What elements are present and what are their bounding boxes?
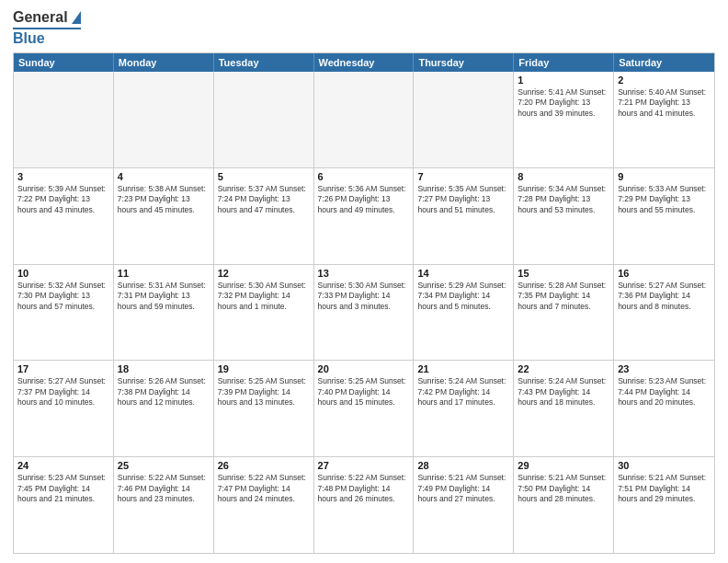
cell-info: Sunrise: 5:24 AM Sunset: 7:42 PM Dayligh… [417, 376, 509, 408]
calendar-cell: 28Sunrise: 5:21 AM Sunset: 7:49 PM Dayli… [414, 457, 514, 553]
logo-block: GeneralBlue [13, 9, 81, 47]
calendar-cell [214, 72, 314, 167]
cell-info: Sunrise: 5:27 AM Sunset: 7:37 PM Dayligh… [17, 376, 109, 408]
day-number: 6 [318, 171, 410, 182]
calendar-cell: 30Sunrise: 5:21 AM Sunset: 7:51 PM Dayli… [614, 457, 714, 553]
calendar-row-3: 10Sunrise: 5:32 AM Sunset: 7:30 PM Dayli… [14, 265, 714, 362]
day-number: 20 [318, 363, 410, 374]
cell-info: Sunrise: 5:37 AM Sunset: 7:24 PM Dayligh… [218, 184, 310, 215]
calendar: SundayMondayTuesdayWednesdayThursdayFrid… [13, 52, 715, 554]
calendar-cell: 3Sunrise: 5:39 AM Sunset: 7:22 PM Daylig… [14, 168, 114, 264]
cell-info: Sunrise: 5:36 AM Sunset: 7:26 PM Dayligh… [318, 184, 410, 215]
header-wednesday: Wednesday [314, 53, 415, 72]
logo-general: General [13, 9, 68, 26]
day-number: 10 [17, 268, 109, 279]
calendar-cell: 23Sunrise: 5:23 AM Sunset: 7:44 PM Dayli… [614, 361, 714, 456]
cell-info: Sunrise: 5:24 AM Sunset: 7:43 PM Dayligh… [518, 376, 609, 408]
calendar-cell: 15Sunrise: 5:28 AM Sunset: 7:35 PM Dayli… [514, 265, 614, 361]
header-saturday: Saturday [614, 53, 714, 72]
logo: GeneralBlue [13, 9, 81, 47]
day-number: 9 [618, 171, 711, 182]
calendar-cell [114, 72, 214, 167]
day-number: 24 [17, 460, 109, 471]
day-number: 17 [17, 363, 109, 374]
cell-info: Sunrise: 5:21 AM Sunset: 7:51 PM Dayligh… [618, 473, 711, 504]
day-number: 12 [218, 268, 310, 279]
calendar-cell: 27Sunrise: 5:22 AM Sunset: 7:48 PM Dayli… [314, 457, 415, 553]
cell-info: Sunrise: 5:30 AM Sunset: 7:33 PM Dayligh… [318, 281, 410, 312]
day-number: 23 [618, 363, 711, 374]
day-number: 13 [318, 268, 410, 279]
cell-info: Sunrise: 5:22 AM Sunset: 7:47 PM Dayligh… [218, 473, 310, 504]
cell-info: Sunrise: 5:26 AM Sunset: 7:38 PM Dayligh… [118, 376, 210, 408]
calendar-cell: 19Sunrise: 5:25 AM Sunset: 7:39 PM Dayli… [214, 361, 314, 456]
calendar-cell: 10Sunrise: 5:32 AM Sunset: 7:30 PM Dayli… [14, 265, 114, 361]
day-number: 18 [118, 363, 210, 374]
day-number: 14 [417, 268, 509, 279]
calendar-cell: 1Sunrise: 5:41 AM Sunset: 7:20 PM Daylig… [514, 72, 614, 167]
cell-info: Sunrise: 5:34 AM Sunset: 7:28 PM Dayligh… [518, 184, 609, 215]
header-friday: Friday [514, 53, 614, 72]
calendar-cell [14, 72, 114, 167]
cell-info: Sunrise: 5:25 AM Sunset: 7:39 PM Dayligh… [218, 376, 310, 408]
calendar-cell [314, 72, 415, 167]
day-number: 25 [118, 460, 210, 471]
day-number: 4 [118, 171, 210, 182]
calendar-cell: 2Sunrise: 5:40 AM Sunset: 7:21 PM Daylig… [614, 72, 714, 167]
calendar-cell: 11Sunrise: 5:31 AM Sunset: 7:31 PM Dayli… [114, 265, 214, 361]
logo-arrow-icon [68, 11, 81, 24]
calendar-cell: 6Sunrise: 5:36 AM Sunset: 7:26 PM Daylig… [314, 168, 415, 264]
calendar-cell: 16Sunrise: 5:27 AM Sunset: 7:36 PM Dayli… [614, 265, 714, 361]
calendar-cell: 18Sunrise: 5:26 AM Sunset: 7:38 PM Dayli… [114, 361, 214, 456]
calendar-cell: 5Sunrise: 5:37 AM Sunset: 7:24 PM Daylig… [214, 168, 314, 264]
day-number: 19 [218, 363, 310, 374]
cell-info: Sunrise: 5:41 AM Sunset: 7:20 PM Dayligh… [518, 87, 609, 119]
header-thursday: Thursday [414, 53, 514, 72]
header-monday: Monday [114, 53, 214, 72]
cell-info: Sunrise: 5:39 AM Sunset: 7:22 PM Dayligh… [17, 184, 109, 215]
day-number: 3 [17, 171, 109, 182]
cell-info: Sunrise: 5:21 AM Sunset: 7:50 PM Dayligh… [518, 473, 609, 504]
header-sunday: Sunday [14, 53, 114, 72]
cell-info: Sunrise: 5:30 AM Sunset: 7:32 PM Dayligh… [218, 281, 310, 312]
calendar-cell: 9Sunrise: 5:33 AM Sunset: 7:29 PM Daylig… [614, 168, 714, 264]
calendar-row-1: 1Sunrise: 5:41 AM Sunset: 7:20 PM Daylig… [14, 72, 714, 168]
cell-info: Sunrise: 5:35 AM Sunset: 7:27 PM Dayligh… [417, 184, 509, 215]
page-header: GeneralBlue [13, 9, 715, 47]
calendar-cell: 29Sunrise: 5:21 AM Sunset: 7:50 PM Dayli… [514, 457, 614, 553]
day-number: 15 [518, 268, 609, 279]
cell-info: Sunrise: 5:21 AM Sunset: 7:49 PM Dayligh… [417, 473, 509, 504]
calendar-cell: 12Sunrise: 5:30 AM Sunset: 7:32 PM Dayli… [214, 265, 314, 361]
day-number: 30 [618, 460, 711, 471]
calendar-cell: 8Sunrise: 5:34 AM Sunset: 7:28 PM Daylig… [514, 168, 614, 264]
cell-info: Sunrise: 5:23 AM Sunset: 7:44 PM Dayligh… [618, 376, 711, 408]
day-number: 8 [518, 171, 609, 182]
day-number: 26 [218, 460, 310, 471]
calendar-header: SundayMondayTuesdayWednesdayThursdayFrid… [14, 53, 714, 72]
calendar-cell: 14Sunrise: 5:29 AM Sunset: 7:34 PM Dayli… [414, 265, 514, 361]
logo-blue: Blue [13, 30, 45, 47]
calendar-row-4: 17Sunrise: 5:27 AM Sunset: 7:37 PM Dayli… [14, 361, 714, 457]
calendar-row-5: 24Sunrise: 5:23 AM Sunset: 7:45 PM Dayli… [14, 457, 714, 553]
cell-info: Sunrise: 5:38 AM Sunset: 7:23 PM Dayligh… [118, 184, 210, 215]
calendar-cell [414, 72, 514, 167]
day-number: 27 [318, 460, 410, 471]
calendar-cell: 7Sunrise: 5:35 AM Sunset: 7:27 PM Daylig… [414, 168, 514, 264]
cell-info: Sunrise: 5:31 AM Sunset: 7:31 PM Dayligh… [118, 281, 210, 312]
calendar-body: 1Sunrise: 5:41 AM Sunset: 7:20 PM Daylig… [14, 72, 714, 553]
calendar-row-2: 3Sunrise: 5:39 AM Sunset: 7:22 PM Daylig… [14, 168, 714, 265]
day-number: 28 [417, 460, 509, 471]
calendar-cell: 20Sunrise: 5:25 AM Sunset: 7:40 PM Dayli… [314, 361, 415, 456]
header-tuesday: Tuesday [214, 53, 314, 72]
cell-info: Sunrise: 5:27 AM Sunset: 7:36 PM Dayligh… [618, 281, 711, 312]
calendar-cell: 22Sunrise: 5:24 AM Sunset: 7:43 PM Dayli… [514, 361, 614, 456]
cell-info: Sunrise: 5:22 AM Sunset: 7:48 PM Dayligh… [318, 473, 410, 504]
svg-marker-0 [72, 11, 81, 24]
day-number: 22 [518, 363, 609, 374]
day-number: 16 [618, 268, 711, 279]
cell-info: Sunrise: 5:22 AM Sunset: 7:46 PM Dayligh… [118, 473, 210, 504]
calendar-cell: 24Sunrise: 5:23 AM Sunset: 7:45 PM Dayli… [14, 457, 114, 553]
cell-info: Sunrise: 5:29 AM Sunset: 7:34 PM Dayligh… [417, 281, 509, 312]
day-number: 5 [218, 171, 310, 182]
day-number: 29 [518, 460, 609, 471]
